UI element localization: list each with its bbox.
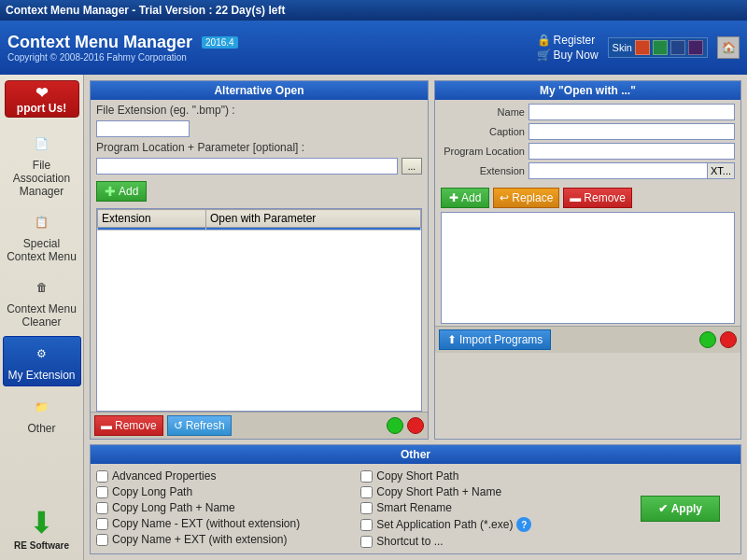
checkbox-copy-name-with-ext[interactable]: Copy Name + EXT (with extension) xyxy=(96,533,351,546)
my-extension-icon: ⚙ xyxy=(29,341,55,367)
prog-loc-label-row: Program Location + Parameter [optional] … xyxy=(96,141,422,154)
name-input[interactable] xyxy=(529,104,735,120)
checkbox-copy-short-path[interactable]: Copy Short Path xyxy=(360,469,615,483)
checkbox-copy-name-no-ext-input[interactable] xyxy=(96,518,108,530)
sidebar-item-context-cleaner[interactable]: 🗑 Context Menu Cleaner xyxy=(3,271,81,332)
prog-loc-input[interactable] xyxy=(96,158,398,175)
dot-green-2[interactable] xyxy=(699,331,716,348)
file-ext-input-row xyxy=(96,120,422,137)
skin-color-1[interactable] xyxy=(635,40,650,55)
alt-remove-button[interactable]: ▬ Remove xyxy=(94,415,163,436)
checkbox-shortcut-to-input[interactable] xyxy=(360,536,373,548)
checkbox-copy-long-path-input[interactable] xyxy=(96,486,108,498)
import-programs-button[interactable]: ⬆ Import Programs xyxy=(439,329,551,350)
download-arrow-icon: ⬇ xyxy=(29,505,54,540)
add-icon: ✚ xyxy=(105,184,116,199)
table-cell-ext xyxy=(98,228,206,231)
replace-icon: ↩ xyxy=(500,191,509,204)
prog-loc-label: Program Location + Parameter [optional] … xyxy=(96,141,304,154)
sidebar-item-context-cleaner-label: Context Menu Cleaner xyxy=(5,302,79,329)
checkbox-copy-long-path-name-input[interactable] xyxy=(96,502,108,514)
skin-color-4[interactable] xyxy=(688,40,703,55)
support-button[interactable]: ❤ pport Us! xyxy=(5,80,79,118)
checkbox-copy-name-with-ext-input[interactable] xyxy=(96,534,108,546)
sidebar-item-other[interactable]: 📁 Other xyxy=(3,390,81,439)
checkboxes-right: Copy Short Path Copy Short Path + Name S… xyxy=(360,469,615,548)
checkbox-copy-name-no-ext[interactable]: Copy Name - EXT (without extension) xyxy=(96,517,351,530)
alt-open-panel-header: Alternative Open xyxy=(91,81,428,100)
alt-open-form: File Extension (eg. ".bmp") : Program Lo… xyxy=(91,100,428,208)
extension-input[interactable] xyxy=(529,162,708,179)
checkbox-shortcut-to[interactable]: Shortcut to ... xyxy=(360,535,615,548)
sidebar-item-my-extension-label: My Extension xyxy=(7,369,75,382)
my-open-add-button[interactable]: ✚ Add xyxy=(441,188,489,208)
lock-icon: 🔒 xyxy=(537,34,551,47)
checkbox-smart-rename[interactable]: Smart Rename xyxy=(360,501,615,514)
replace-button[interactable]: ↩ Replace xyxy=(493,188,559,208)
table-row[interactable] xyxy=(98,228,421,231)
header: Context Menu Manager 2016.4 Copyright © … xyxy=(0,21,747,75)
caption-input[interactable] xyxy=(529,123,735,140)
program-location-row: Program Location xyxy=(441,143,735,160)
register-button[interactable]: 🔒 Register xyxy=(537,34,596,47)
checkbox-advanced-input[interactable] xyxy=(96,470,108,483)
checkbox-set-app-path[interactable]: Set Application Path (*.exe) ? xyxy=(360,517,615,532)
alt-status-dots xyxy=(387,417,424,434)
apply-button[interactable]: ✔ Apply xyxy=(641,496,720,522)
table-header-extension: Extension xyxy=(98,210,206,228)
alt-open-panel-bottom: ▬ Remove ↺ Refresh xyxy=(91,412,428,439)
file-ext-input[interactable] xyxy=(96,120,190,137)
skin-color-3[interactable] xyxy=(670,40,685,55)
prog-loc-input-row: ... xyxy=(96,158,422,175)
skin-color-2[interactable] xyxy=(653,40,668,55)
other-panel: Other Advanced Properties Copy Long Path… xyxy=(90,444,741,554)
home-button[interactable]: 🏠 xyxy=(717,36,740,59)
table-cell-param xyxy=(205,228,420,231)
add-icon-2: ✚ xyxy=(449,191,458,204)
skin-label: Skin xyxy=(613,42,632,53)
file-association-icon: 📄 xyxy=(29,131,55,157)
checkbox-smart-rename-input[interactable] xyxy=(360,502,373,514)
my-open-with-buttons: ✚ Add ↩ Replace ▬ Remove xyxy=(435,186,740,210)
checkbox-copy-long-path-name[interactable]: Copy Long Path + Name xyxy=(96,501,351,514)
skin-panel: Skin xyxy=(608,37,708,58)
other-panel-header: Other xyxy=(91,445,740,464)
caption-row: Caption xyxy=(441,123,735,140)
dot-green-1[interactable] xyxy=(387,417,403,434)
checkbox-copy-long-path[interactable]: Copy Long Path xyxy=(96,485,351,498)
extension-label: Extension xyxy=(441,165,525,176)
my-open-with-form: Name Caption Program Location Extension xyxy=(435,100,740,186)
alt-bottom-buttons: ▬ Remove ↺ Refresh xyxy=(94,415,232,436)
checkbox-set-app-path-input[interactable] xyxy=(360,519,373,531)
header-left: Context Menu Manager 2016.4 Copyright © … xyxy=(7,33,238,63)
dot-red-1[interactable] xyxy=(407,417,424,434)
help-icon[interactable]: ? xyxy=(516,517,531,532)
alt-open-add-button[interactable]: ✚ Add xyxy=(96,181,147,202)
alt-refresh-button[interactable]: ↺ Refresh xyxy=(167,415,232,436)
checkbox-advanced[interactable]: Advanced Properties xyxy=(96,469,351,483)
my-open-remove-button[interactable]: ▬ Remove xyxy=(563,188,632,208)
re-software-button[interactable]: ⬇ RE Software xyxy=(10,501,73,554)
my-open-with-panel: My "Open with ..." Name Caption Program … xyxy=(434,80,741,440)
cart-icon: 🛒 xyxy=(537,49,551,62)
support-label: pport Us! xyxy=(17,102,66,115)
apply-checkmark-icon: ✔ xyxy=(658,502,668,515)
program-location-label: Program Location xyxy=(441,146,525,157)
sidebar-item-my-extension[interactable]: ⚙ My Extension xyxy=(3,336,81,386)
extension-input-wrap: XT... xyxy=(529,162,735,179)
file-ext-label: File Extension (eg. ".bmp") : xyxy=(96,104,235,117)
buy-now-button[interactable]: 🛒 Buy Now xyxy=(537,49,599,62)
sidebar-item-file-association[interactable]: 📄 File Association Manager xyxy=(3,127,81,202)
header-register: 🔒 Register 🛒 Buy Now xyxy=(537,34,599,62)
caption-label: Caption xyxy=(441,126,525,137)
sidebar-item-special-context[interactable]: 📋 Special Context Menu xyxy=(3,205,81,267)
program-location-input[interactable] xyxy=(529,143,735,160)
checkbox-copy-short-path-name-input[interactable] xyxy=(360,486,373,498)
special-context-icon: 📋 xyxy=(29,209,55,235)
main-container: ❤ pport Us! 📄 File Association Manager 📋… xyxy=(0,75,747,560)
dot-red-2[interactable] xyxy=(720,331,737,348)
alt-open-table-container: Extension Open with Parameter xyxy=(96,208,422,412)
checkbox-copy-short-path-name[interactable]: Copy Short Path + Name xyxy=(360,485,615,498)
checkbox-copy-short-path-input[interactable] xyxy=(360,470,373,483)
browse-button[interactable]: ... xyxy=(402,158,422,175)
